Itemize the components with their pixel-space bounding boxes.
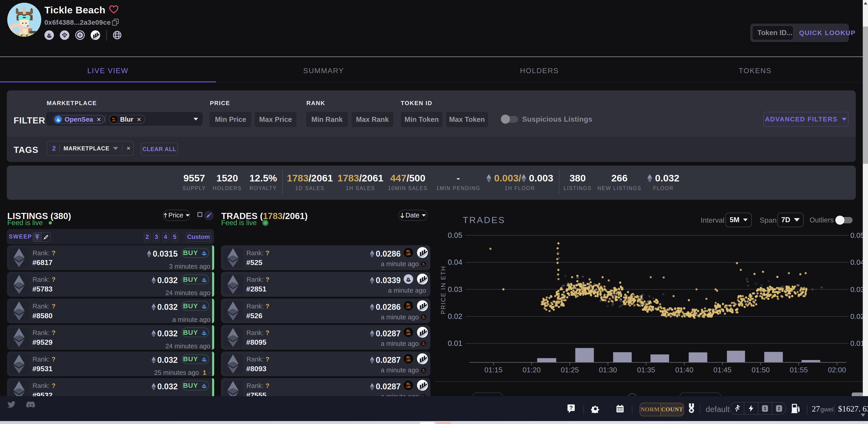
svg-text:UR: UR: [406, 359, 411, 362]
svg-text:BL: BL: [423, 342, 425, 344]
svg-text:BL: BL: [423, 369, 425, 370]
svg-text:UR: UR: [406, 253, 411, 256]
svg-text:0.02: 0.02: [850, 312, 864, 321]
svg-text:BL: BL: [423, 262, 425, 264]
svg-text:0.03: 0.03: [850, 285, 864, 294]
svg-text:UR: UR: [112, 119, 115, 122]
svg-text:0.04: 0.04: [448, 258, 462, 266]
svg-text:01:20: 01:20: [523, 366, 541, 374]
svg-text:0.03: 0.03: [448, 285, 462, 294]
svg-text:UR: UR: [423, 344, 425, 345]
svg-text:0.02: 0.02: [448, 312, 462, 321]
svg-text:01:55: 01:55: [790, 366, 808, 374]
svg-text:0.01: 0.01: [448, 339, 462, 348]
svg-text:0.05: 0.05: [448, 231, 462, 239]
svg-text:0.01: 0.01: [850, 339, 864, 348]
svg-text:0.05: 0.05: [850, 231, 864, 239]
svg-text:UR: UR: [406, 385, 411, 389]
svg-text:01:25: 01:25: [561, 366, 579, 374]
svg-text:01:45: 01:45: [713, 366, 732, 374]
svg-text:01:35: 01:35: [637, 366, 655, 374]
svg-text:02:00: 02:00: [828, 366, 846, 374]
svg-text:01:30: 01:30: [599, 366, 617, 374]
svg-text:UR: UR: [406, 305, 411, 309]
svg-text:UR: UR: [423, 317, 425, 319]
svg-text:UR: UR: [423, 370, 425, 372]
svg-text:BL: BL: [423, 316, 425, 317]
svg-text:01:15: 01:15: [484, 366, 502, 374]
svg-text:?: ?: [569, 405, 573, 411]
svg-text:0.04: 0.04: [850, 258, 864, 266]
svg-text:01:50: 01:50: [751, 366, 770, 374]
svg-text:01:40: 01:40: [675, 366, 693, 374]
svg-text:UR: UR: [423, 264, 425, 266]
svg-text:UR: UR: [406, 332, 411, 335]
